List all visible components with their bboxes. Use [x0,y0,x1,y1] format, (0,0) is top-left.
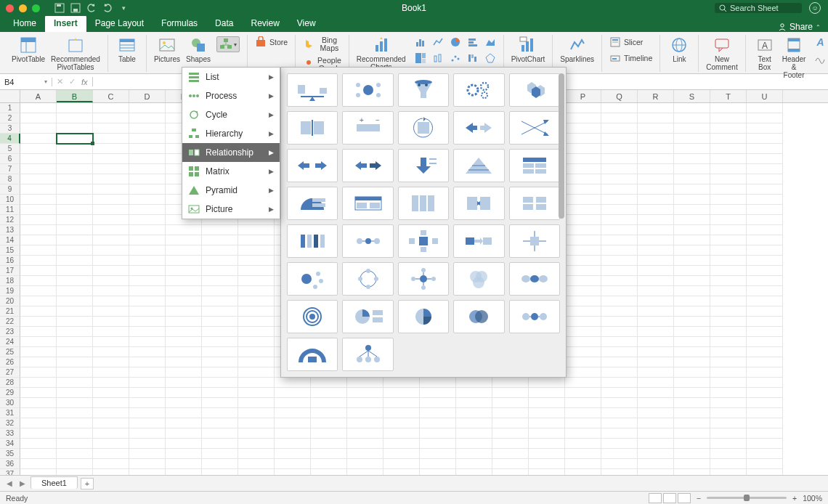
cell-C13[interactable] [93,225,129,235]
cell-Q35[interactable] [601,449,638,459]
cell-F33[interactable] [202,428,238,439]
cell-K28[interactable] [383,378,420,388]
page-break-view-button[interactable] [678,493,691,503]
cell-R11[interactable] [638,205,674,215]
cell-A21[interactable] [20,306,57,317]
cell-F18[interactable] [202,276,238,286]
cell-U12[interactable] [747,215,783,225]
cell-R7[interactable] [638,164,674,174]
cell-F22[interactable] [202,317,238,327]
cell-B34[interactable] [57,439,93,449]
cell-Q6[interactable] [601,154,638,164]
cell-U23[interactable] [747,327,783,337]
cell-U36[interactable] [747,459,783,469]
page-layout-view-button[interactable] [663,493,676,503]
cell-Q23[interactable] [601,327,638,337]
normal-view-button[interactable] [649,493,662,503]
cell-P32[interactable] [565,418,601,428]
cell-N34[interactable] [492,439,529,449]
row-header-4[interactable]: 4 [0,134,20,144]
cell-M32[interactable] [456,418,492,428]
cell-D14[interactable] [129,235,166,245]
cell-U35[interactable] [747,449,783,459]
cell-C26[interactable] [93,357,129,367]
cell-S15[interactable] [674,245,710,256]
cell-P21[interactable] [565,306,601,317]
cell-K36[interactable] [383,459,420,469]
cell-R10[interactable] [638,195,674,205]
relationship-layout-spokes[interactable] [509,224,560,258]
cell-S18[interactable] [674,276,710,286]
cell-S31[interactable] [674,408,710,418]
row-header-2[interactable]: 2 [0,113,20,123]
cell-D35[interactable] [129,449,166,459]
cell-G30[interactable] [238,398,275,408]
cell-Q8[interactable] [601,174,638,184]
relationship-layout-tree[interactable] [342,338,393,371]
cell-G24[interactable] [238,337,275,347]
cell-U21[interactable] [747,306,783,317]
cell-C33[interactable] [93,428,129,439]
relationship-layout-opposing-arrows[interactable] [453,111,504,145]
relationship-layout-flow[interactable] [453,224,504,258]
relationship-layout-arrow-down[interactable] [398,149,449,182]
cell-E31[interactable] [166,408,202,418]
cell-F16[interactable] [202,256,238,266]
chart-hierarchy-button[interactable] [412,51,429,65]
cell-F13[interactable] [202,225,238,235]
cell-T1[interactable] [710,103,747,113]
name-box[interactable]: B4 ▾ [0,78,52,86]
relationship-layout-chain[interactable] [509,262,560,296]
cell-C4[interactable] [93,134,129,144]
cell-H37[interactable] [275,469,311,475]
cell-D20[interactable] [129,296,166,306]
cell-D2[interactable] [129,113,166,123]
cell-U11[interactable] [747,205,783,215]
cell-P35[interactable] [565,449,601,459]
cell-D29[interactable] [129,388,166,398]
cell-I32[interactable] [311,418,347,428]
cell-R33[interactable] [638,428,674,439]
cell-O30[interactable] [529,398,565,408]
cell-N32[interactable] [492,418,529,428]
smartart-picture-item[interactable]: Picture▶ [182,200,280,219]
cell-C1[interactable] [93,103,129,113]
cell-P1[interactable] [565,103,601,113]
cell-K37[interactable] [383,469,420,475]
search-sheet-input[interactable]: Search Sheet [715,3,802,13]
cell-Q17[interactable] [601,266,638,276]
cell-D18[interactable] [129,276,166,286]
row-header-17[interactable]: 17 [0,266,20,276]
cell-A3[interactable] [20,123,57,134]
cell-L33[interactable] [420,428,456,439]
cell-G19[interactable] [238,286,275,296]
cell-R4[interactable] [638,134,674,144]
header-footer-button[interactable]: Header & Footer [779,35,809,81]
zoom-in-button[interactable]: + [792,494,797,503]
cell-B31[interactable] [57,408,93,418]
cell-N30[interactable] [492,398,529,408]
chart-waterfall-button[interactable] [464,51,482,65]
cell-F26[interactable] [202,357,238,367]
cell-R21[interactable] [638,306,674,317]
cell-R12[interactable] [638,215,674,225]
cell-P24[interactable] [565,337,601,347]
cell-Q19[interactable] [601,286,638,296]
cell-P3[interactable] [565,123,601,134]
cell-M29[interactable] [456,388,492,398]
relationship-layout-triangle[interactable] [453,149,504,182]
row-header-29[interactable]: 29 [0,388,20,398]
cell-T7[interactable] [710,164,747,174]
cell-C37[interactable] [93,469,129,475]
cell-A18[interactable] [20,276,57,286]
cell-R22[interactable] [638,317,674,327]
cell-P4[interactable] [565,134,601,144]
row-header-27[interactable]: 27 [0,367,20,378]
pictures-button[interactable]: Pictures [151,35,183,65]
cell-F25[interactable] [202,347,238,357]
row-header-12[interactable]: 12 [0,215,20,225]
cell-M35[interactable] [456,449,492,459]
row-header-6[interactable]: 6 [0,154,20,164]
cell-H36[interactable] [275,459,311,469]
cell-R32[interactable] [638,418,674,428]
